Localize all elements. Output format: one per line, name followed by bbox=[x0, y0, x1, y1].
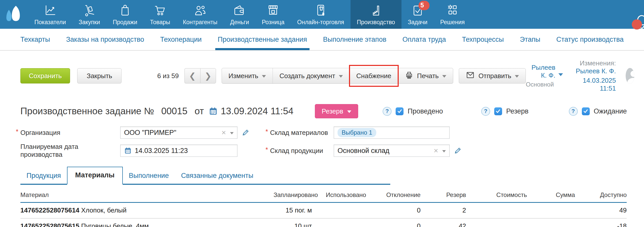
nav-item-prodazhi[interactable]: Продажи bbox=[106, 0, 144, 29]
tab-vypolnenie-etapov[interactable]: Выполнение этапов bbox=[323, 29, 387, 50]
select-chevron-icon[interactable] bbox=[442, 150, 446, 152]
nav-item-zadachi[interactable]: 5 Задачи bbox=[401, 0, 434, 29]
nav-item-online-torgovlya[interactable]: Онлайн-торговля bbox=[291, 0, 351, 29]
nav-item-kontragenty[interactable]: Контрагенты bbox=[177, 0, 224, 29]
prev-record-button[interactable]: ❮ bbox=[184, 68, 200, 83]
nav-label: Продажи bbox=[113, 19, 137, 26]
notifications-bell-icon[interactable] bbox=[633, 12, 644, 30]
tab-tehoperacii[interactable]: Техоперации bbox=[160, 29, 202, 50]
nav-item-pokazateli[interactable]: Показатели bbox=[28, 0, 72, 29]
column-material[interactable]: Материал bbox=[20, 188, 274, 203]
checkbox-ozhidanie[interactable] bbox=[582, 107, 590, 115]
close-button[interactable]: Закрыть bbox=[77, 68, 122, 83]
create-document-label: Создать документ bbox=[279, 72, 335, 80]
flag-provedeno: ? Проведено bbox=[383, 107, 443, 116]
column-planned[interactable]: Запланировано bbox=[274, 188, 312, 203]
cost-cell bbox=[466, 218, 527, 227]
tab-materialy[interactable]: Материалы bbox=[67, 167, 123, 185]
changes-info[interactable]: Изменения: Рылеев К. Ф. 14.03.2025 11:51 bbox=[573, 59, 616, 92]
materials-warehouse-select[interactable]: Выбрано 1 bbox=[334, 126, 450, 139]
calendar-icon[interactable] bbox=[209, 107, 218, 116]
edit-pencil-icon[interactable] bbox=[454, 147, 462, 155]
wallet-icon bbox=[233, 3, 246, 17]
table-row[interactable]: 1476522528075615 Пуговицы белые, 4мм 10 … bbox=[20, 218, 627, 227]
material-code: 1476522528075614 bbox=[20, 206, 79, 214]
calendar-icon[interactable] bbox=[124, 147, 132, 154]
edit-pencil-icon[interactable] bbox=[242, 129, 250, 137]
column-deviation[interactable]: Отклонение bbox=[366, 188, 421, 203]
tab-svyazannye-dokumenty[interactable]: Связанные документы bbox=[175, 168, 260, 184]
nav-item-proizvodstvo[interactable]: Производство bbox=[351, 0, 401, 29]
column-cost[interactable]: Стоимость bbox=[466, 188, 527, 203]
tab-etapy[interactable]: Этапы bbox=[519, 29, 541, 50]
organization-select[interactable]: ООО "ПРИМЕР" × bbox=[120, 126, 237, 139]
clear-icon[interactable]: × bbox=[434, 147, 438, 154]
field-materials-warehouse: *Склад материалов Выбрано 1 bbox=[270, 126, 627, 139]
send-menu-button[interactable]: Отправить bbox=[459, 68, 526, 83]
reserve-status-label: Резерв bbox=[322, 107, 343, 115]
document-datetime[interactable]: 13.09.2024 11:54 bbox=[221, 106, 293, 117]
detail-tabs: Продукция Материалы Выполнение Связанные… bbox=[20, 167, 390, 185]
reserve-status-button[interactable]: Резерв bbox=[315, 104, 358, 118]
tab-tehkarty[interactable]: Техкарты bbox=[20, 29, 51, 50]
tab-proizvodstvennye-zadaniya[interactable]: Производственные задания bbox=[217, 29, 308, 50]
clear-icon[interactable]: × bbox=[221, 129, 226, 136]
people-icon bbox=[194, 3, 207, 17]
tab-vypolnenie[interactable]: Выполнение bbox=[123, 168, 175, 184]
flag-ozhidanie: ? Ожидание bbox=[569, 107, 627, 116]
planned-date-label: Планируемая дата производства bbox=[20, 143, 120, 159]
supply-button[interactable]: Снабжение bbox=[350, 68, 398, 83]
checkbox-rezerv[interactable] bbox=[494, 107, 502, 115]
help-icon[interactable]: ? bbox=[481, 107, 490, 116]
table-row[interactable]: 1476522528075614 Хлопок, белый 15 пог. м… bbox=[20, 203, 627, 218]
avatar[interactable] bbox=[626, 68, 634, 84]
organization-label: *Организация bbox=[20, 129, 120, 137]
owner-selector[interactable]: Рылеев К. Ф. Основной bbox=[526, 64, 563, 88]
app-logo[interactable] bbox=[0, 0, 28, 29]
nav-item-roznica[interactable]: Розница bbox=[256, 0, 291, 29]
products-warehouse-value: Основной склад bbox=[338, 147, 389, 155]
selected-count-chip[interactable]: Выбрано 1 bbox=[338, 128, 376, 137]
material-name: Пуговицы белые, 4мм bbox=[81, 222, 149, 227]
select-chevron-icon[interactable] bbox=[230, 132, 234, 134]
column-sum[interactable]: Сумма bbox=[527, 188, 575, 203]
planned-date-input[interactable]: 14.03.2025 11:23 bbox=[120, 145, 237, 157]
save-button[interactable]: Сохранить bbox=[20, 68, 70, 83]
tab-tehprocessy[interactable]: Техпроцессы bbox=[461, 29, 504, 50]
nav-item-tovary[interactable]: Товары bbox=[144, 0, 177, 29]
used-cell bbox=[312, 218, 366, 227]
column-used[interactable]: Использовано bbox=[312, 188, 366, 203]
print-menu-button[interactable]: Печать bbox=[398, 68, 453, 83]
flag-label: Ожидание bbox=[594, 107, 627, 115]
chevron-down-icon bbox=[515, 75, 519, 78]
nav-item-zakupki[interactable]: Закупки bbox=[72, 0, 106, 29]
tab-status-proizvodstva[interactable]: Статус производства bbox=[556, 29, 624, 50]
products-warehouse-select[interactable]: Основной склад × bbox=[334, 145, 450, 157]
planned-date-value: 14.03.2025 11:23 bbox=[135, 147, 188, 155]
print-label: Печать bbox=[417, 72, 439, 80]
chevron-down-icon bbox=[558, 73, 563, 76]
tab-zakazy-na-proizvodstvo[interactable]: Заказы на производство bbox=[65, 29, 144, 50]
chevron-down-icon bbox=[339, 75, 343, 78]
column-reserve[interactable]: Резерв bbox=[421, 188, 466, 203]
column-available[interactable]: Доступно bbox=[575, 188, 627, 203]
tab-oplata-truda[interactable]: Оплата труда bbox=[402, 29, 447, 50]
create-document-menu-button[interactable]: Создать документ bbox=[273, 68, 350, 83]
nav-item-dengi[interactable]: Деньги bbox=[224, 0, 255, 29]
owner-name: Рылеев К. Ф. bbox=[526, 64, 555, 79]
next-record-button[interactable]: ❯ bbox=[200, 68, 216, 83]
field-planned-date: Планируемая дата производства 14.03.2025… bbox=[20, 143, 270, 159]
tab-produkciya[interactable]: Продукция bbox=[20, 168, 67, 184]
nav-item-resheniya[interactable]: Решения bbox=[434, 0, 471, 29]
checkbox-provedeno[interactable] bbox=[396, 107, 404, 115]
record-pager: ❮ ❯ bbox=[184, 68, 216, 83]
document-toolbar: Сохранить Закрыть 6 из 59 ❮ ❯ Изменить С… bbox=[20, 59, 627, 92]
help-icon[interactable]: ? bbox=[569, 107, 578, 116]
document-number[interactable]: 00015 bbox=[161, 106, 187, 117]
required-mark: * bbox=[16, 128, 18, 136]
notification-dot bbox=[632, 19, 642, 30]
help-icon[interactable]: ? bbox=[383, 107, 392, 116]
chevron-down-icon bbox=[442, 75, 446, 78]
owner-group: Основной bbox=[526, 81, 554, 88]
edit-menu-button[interactable]: Изменить bbox=[222, 68, 273, 83]
